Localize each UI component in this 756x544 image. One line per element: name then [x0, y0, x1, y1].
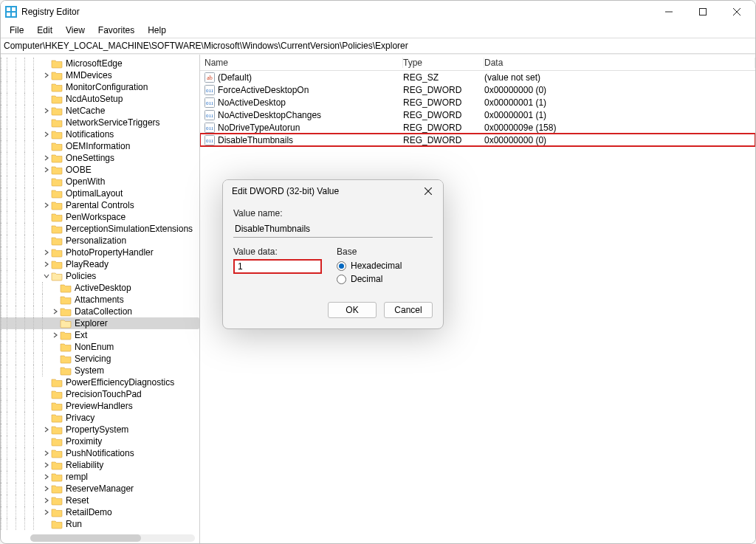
tree-item[interactable]: MonitorConfiguration [1, 81, 199, 93]
column-data-header[interactable]: Data [484, 58, 755, 68]
tree-item[interactable]: NetworkServiceTriggers [1, 117, 199, 128]
value-data-input[interactable] [233, 259, 322, 274]
svg-text:ab: ab [207, 75, 213, 81]
tree-expand-icon[interactable] [42, 167, 51, 173]
tree-item[interactable]: Notifications [1, 128, 199, 140]
tree-item[interactable]: ActiveDesktop [1, 282, 199, 294]
column-type-header[interactable]: Type [403, 58, 484, 68]
folder-icon [51, 82, 63, 92]
tree-item[interactable]: MMDevices [1, 69, 199, 81]
value-name: NoActiveDesktopChanges [218, 110, 321, 120]
tree-item[interactable]: Servicing [1, 353, 199, 365]
dialog-close-button[interactable] [419, 182, 437, 200]
tree-expand-icon[interactable] [42, 108, 51, 114]
radio-hexadecimal[interactable]: Hexadecimal [337, 259, 402, 272]
folder-icon [51, 519, 63, 529]
tree-item-label: PushNotifications [66, 447, 134, 459]
value-row[interactable]: 011DisableThumbnailsREG_DWORD0x00000000 … [200, 134, 755, 146]
tree-expand-icon[interactable] [42, 509, 51, 515]
tree-item[interactable]: Run [1, 518, 199, 530]
tree-item[interactable]: OOBE [1, 164, 199, 176]
cancel-button[interactable]: Cancel [384, 302, 433, 318]
tree-expand-icon[interactable] [42, 202, 51, 208]
tree-item[interactable]: Ext [1, 329, 199, 341]
folder-icon [51, 247, 63, 258]
tree-item[interactable]: OneSettings [1, 152, 199, 164]
tree-item[interactable]: OpenWith [1, 176, 199, 187]
tree-expand-icon[interactable] [51, 332, 60, 338]
close-button[interactable] [720, 1, 754, 23]
menu-view[interactable]: View [60, 24, 91, 37]
maximize-button[interactable] [686, 1, 720, 23]
radio-decimal[interactable]: Decimal [337, 272, 402, 286]
tree-item[interactable]: DataCollection [1, 306, 199, 317]
tree-expand-icon[interactable] [42, 474, 51, 480]
menu-file[interactable]: File [4, 24, 30, 37]
value-data: 0x0000009e (158) [484, 123, 755, 133]
tree-item[interactable]: NcdAutoSetup [1, 93, 199, 105]
tree-expand-icon[interactable] [42, 261, 51, 267]
tree-item[interactable]: Proximity [1, 435, 199, 447]
value-row[interactable]: 011ForceActiveDesktopOnREG_DWORD0x000000… [200, 83, 755, 96]
tree-item[interactable]: NonEnum [1, 341, 199, 353]
tree-item[interactable]: OptimalLayout [1, 187, 199, 199]
dword-value-icon: 011 [205, 135, 215, 145]
tree-collapse-icon[interactable] [42, 273, 51, 279]
ok-button[interactable]: OK [328, 302, 377, 318]
tree-expand-icon[interactable] [42, 155, 51, 161]
svg-text:011: 011 [206, 100, 214, 106]
tree-expand-icon[interactable] [51, 309, 60, 314]
tree-expand-icon[interactable] [42, 462, 51, 468]
tree-item[interactable]: ReserveManager [1, 483, 199, 495]
folder-icon [60, 365, 72, 376]
tree-item[interactable]: rempl [1, 471, 199, 483]
tree-pane[interactable]: MicrosoftEdgeMMDevicesMonitorConfigurati… [1, 55, 200, 543]
tree-item-label: Attachments [75, 294, 124, 306]
tree-expand-icon[interactable] [42, 486, 51, 492]
tree-expand-icon[interactable] [42, 427, 51, 433]
menu-favorites[interactable]: Favorites [92, 24, 140, 37]
tree-item[interactable]: Reset [1, 495, 199, 506]
tree-expand-icon[interactable] [42, 450, 51, 456]
tree-item[interactable]: PowerEfficiencyDiagnostics [1, 376, 199, 388]
tree-item[interactable]: PropertySystem [1, 424, 199, 435]
tree-item[interactable]: PerceptionSimulationExtensions [1, 223, 199, 235]
tree-item[interactable]: PhotoPropertyHandler [1, 247, 199, 258]
value-row[interactable]: 011NoDriveTypeAutorunREG_DWORD0x0000009e… [200, 121, 755, 134]
folder-icon [51, 472, 63, 482]
tree-expand-icon[interactable] [42, 497, 51, 503]
tree-expand-icon[interactable] [42, 249, 51, 255]
value-row[interactable]: ab(Default)REG_SZ(value not set) [200, 71, 755, 83]
value-row[interactable]: 011NoActiveDesktopChangesREG_DWORD0x0000… [200, 109, 755, 121]
minimize-button[interactable] [652, 1, 686, 23]
value-row[interactable]: 011NoActiveDesktopREG_DWORD0x00000001 (1… [200, 96, 755, 109]
tree-item[interactable]: OEMInformation [1, 140, 199, 152]
tree-item-label: PerceptionSimulationExtensions [66, 223, 193, 235]
tree-item[interactable]: PushNotifications [1, 447, 199, 459]
column-name-header[interactable]: Name [200, 58, 403, 68]
tree-item[interactable]: Privacy [1, 412, 199, 424]
menu-help[interactable]: Help [142, 24, 172, 37]
tree-item[interactable]: Personalization [1, 235, 199, 247]
svg-rect-4 [12, 13, 16, 16]
tree-item[interactable]: Explorer [1, 317, 199, 329]
tree-item[interactable]: Policies [1, 270, 199, 282]
tree-item[interactable]: Attachments [1, 294, 199, 306]
tree-item[interactable]: PrecisionTouchPad [1, 388, 199, 400]
scrollbar-thumb[interactable] [30, 534, 141, 542]
tree-item[interactable]: PlayReady [1, 258, 199, 270]
tree-horizontal-scrollbar[interactable] [30, 534, 195, 542]
tree-expand-icon[interactable] [42, 131, 51, 137]
tree-item[interactable]: NetCache [1, 105, 199, 117]
address-bar[interactable]: Computer\HKEY_LOCAL_MACHINE\SOFTWARE\Mic… [1, 38, 755, 54]
tree-item[interactable]: Reliability [1, 459, 199, 471]
tree-item[interactable]: Parental Controls [1, 199, 199, 211]
menu-edit[interactable]: Edit [31, 24, 58, 37]
tree-item[interactable]: PenWorkspace [1, 211, 199, 223]
tree-item[interactable]: PreviewHandlers [1, 400, 199, 412]
dword-value-icon: 011 [205, 123, 215, 133]
tree-expand-icon[interactable] [42, 72, 51, 78]
tree-item[interactable]: System [1, 365, 199, 376]
tree-item[interactable]: MicrosoftEdge [1, 58, 199, 69]
tree-item[interactable]: RetailDemo [1, 506, 199, 518]
